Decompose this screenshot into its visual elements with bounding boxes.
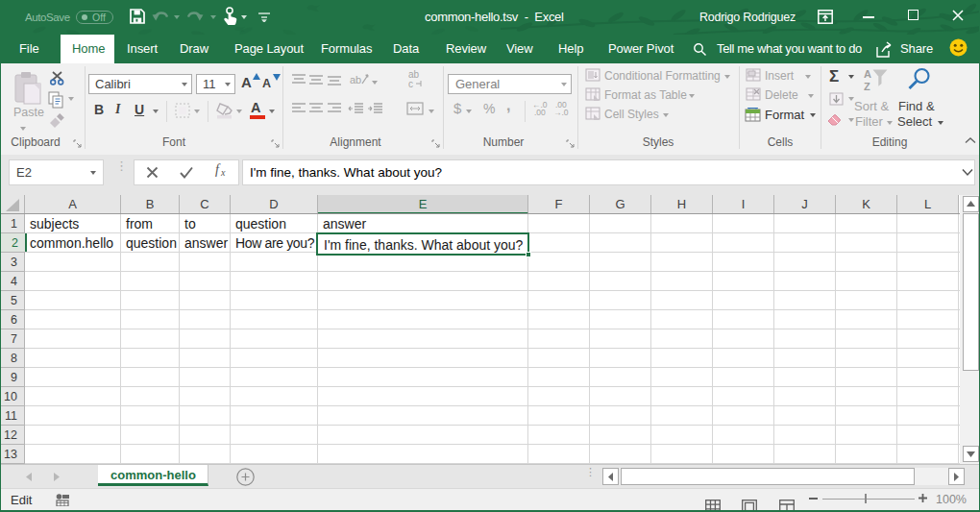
svg-text:c: c (408, 79, 413, 88)
svg-text:ab: ab (350, 74, 361, 85)
svg-text:A: A (864, 68, 871, 80)
svg-text:Z: Z (864, 81, 870, 92)
